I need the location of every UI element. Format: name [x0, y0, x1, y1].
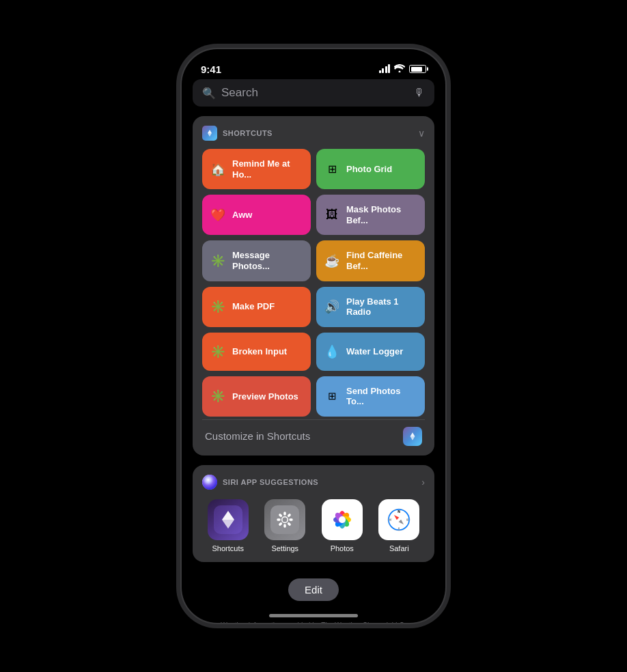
photos-app-label: Photos [331, 544, 354, 552]
mic-icon[interactable]: 🎙 [414, 87, 425, 99]
shortcuts-grid: 🏠 Remind Me at Ho... ⊞ Photo Grid ❤️ Aww… [202, 149, 425, 417]
shortcut-message-photos[interactable]: ✳️ Message Photos... [202, 240, 311, 281]
svg-text:W: W [389, 518, 392, 522]
notch [259, 49, 368, 72]
shortcut-preview-photos[interactable]: ✳️ Preview Photos [202, 376, 311, 417]
wifi-icon [394, 64, 405, 74]
send-photos-icon: ⊞ [324, 390, 339, 402]
shortcuts-collapse-icon[interactable]: ∨ [418, 128, 425, 139]
shortcut-find-caffeine[interactable]: ☕ Find Caffeine Bef... [316, 240, 425, 281]
play-beats-icon: 🔊 [324, 299, 339, 314]
aww-label: Aww [232, 210, 252, 221]
remind-me-label: Remind Me at Ho... [232, 158, 303, 180]
broken-input-label: Broken Input [232, 346, 287, 357]
shortcuts-small-logo-icon [403, 427, 422, 446]
search-icon: 🔍 [202, 87, 216, 100]
status-time: 9:41 [201, 64, 221, 75]
siri-widget: SIRI APP SUGGESTIONS › [193, 465, 434, 562]
svg-line-12 [289, 515, 290, 516]
edit-button[interactable]: Edit [288, 578, 339, 601]
settings-app-icon [264, 499, 305, 540]
search-bar[interactable]: 🔍 Search 🎙 [193, 79, 434, 107]
photo-grid-label: Photo Grid [346, 164, 392, 175]
shortcut-send-photos[interactable]: ⊞ Send Photos To... [316, 376, 425, 417]
water-logger-label: Water Logger [346, 346, 403, 357]
send-photos-label: Send Photos To... [346, 386, 417, 407]
photo-grid-icon: ⊞ [324, 163, 339, 176]
svg-text:N: N [398, 509, 400, 514]
customize-row[interactable]: Customize in Shortcuts [202, 419, 425, 446]
svg-point-6 [283, 517, 288, 522]
phone-inner: 9:41 [182, 49, 445, 623]
aww-icon: ❤️ [210, 208, 225, 223]
siri-chevron-icon[interactable]: › [421, 477, 425, 488]
svg-line-11 [280, 515, 281, 516]
shortcut-broken-input[interactable]: ✳️ Broken Input [202, 333, 311, 371]
widget-header: SHORTCUTS ∨ [202, 126, 425, 141]
safari-app-label: Safari [389, 544, 409, 552]
shortcut-make-pdf[interactable]: ✳️ Make PDF [202, 287, 311, 327]
siri-title-row: SIRI APP SUGGESTIONS [202, 475, 318, 490]
app-settings[interactable]: Settings [260, 499, 311, 552]
safari-app-icon: N S W E [378, 499, 419, 540]
siri-apps-grid: Shortcuts [202, 499, 425, 552]
status-icons [379, 64, 427, 74]
shortcuts-app-icon [208, 499, 249, 540]
shortcut-remind-me[interactable]: 🏠 Remind Me at Ho... [202, 149, 311, 189]
shortcut-water-logger[interactable]: 💧 Water Logger [316, 333, 425, 371]
shortcuts-logo-icon [202, 126, 217, 141]
home-indicator[interactable] [269, 614, 358, 617]
siri-logo-icon [202, 475, 217, 490]
settings-app-label: Settings [271, 544, 298, 552]
main-content: 🔍 Search 🎙 SHORTCUTS [182, 79, 445, 623]
shortcuts-widget-title: SHORTCUTS [223, 129, 273, 137]
customize-label: Customize in Shortcuts [205, 430, 310, 442]
signal-bars-icon [379, 65, 391, 73]
svg-line-14 [289, 524, 290, 524]
photos-app-icon [322, 499, 363, 540]
search-input[interactable]: Search [221, 86, 414, 100]
water-logger-icon: 💧 [324, 344, 339, 359]
broken-input-icon: ✳️ [210, 344, 225, 359]
shortcuts-app-label: Shortcuts [212, 544, 244, 552]
app-safari[interactable]: N S W E Safari [374, 499, 426, 552]
mask-photos-icon: 🖼 [324, 208, 339, 222]
shortcut-photo-grid[interactable]: ⊞ Photo Grid [316, 149, 425, 189]
phone-frame: 9:41 [180, 48, 447, 624]
shortcut-aww[interactable]: ❤️ Aww [202, 195, 311, 235]
message-photos-label: Message Photos... [232, 250, 303, 271]
shortcut-mask-photos[interactable]: 🖼 Mask Photos Bef... [316, 195, 425, 235]
make-pdf-label: Make PDF [232, 301, 275, 312]
siri-widget-title: SIRI APP SUGGESTIONS [223, 478, 318, 486]
svg-point-24 [339, 516, 346, 523]
app-photos[interactable]: Photos [316, 499, 368, 552]
widget-title-row: SHORTCUTS [202, 126, 273, 141]
svg-point-0 [202, 475, 217, 490]
edit-row: Edit [193, 572, 434, 608]
preview-photos-icon: ✳️ [210, 389, 225, 404]
svg-line-13 [280, 524, 281, 524]
make-pdf-icon: ✳️ [210, 299, 225, 314]
message-photos-icon: ✳️ [210, 253, 225, 268]
siri-header: SIRI APP SUGGESTIONS › [202, 475, 425, 490]
shortcuts-widget: SHORTCUTS ∨ 🏠 Remind Me at Ho... ⊞ Photo… [193, 116, 434, 456]
find-caffeine-icon: ☕ [324, 253, 339, 268]
play-beats-label: Play Beats 1 Radio [346, 296, 417, 318]
preview-photos-label: Preview Photos [232, 391, 298, 402]
battery-icon [409, 65, 426, 73]
shortcut-play-beats[interactable]: 🔊 Play Beats 1 Radio [316, 287, 425, 327]
app-shortcuts[interactable]: Shortcuts [202, 499, 254, 552]
find-caffeine-label: Find Caffeine Bef... [346, 250, 417, 271]
remind-me-icon: 🏠 [210, 162, 225, 177]
mask-photos-label: Mask Photos Bef... [346, 204, 417, 225]
